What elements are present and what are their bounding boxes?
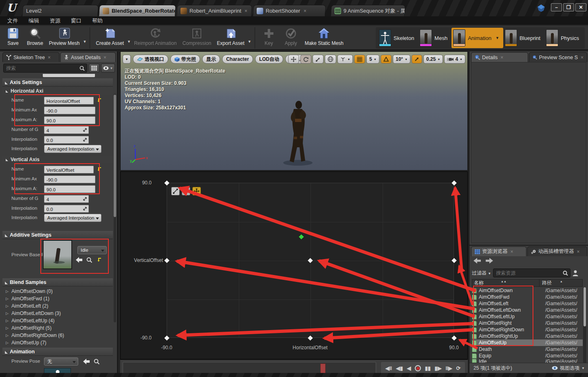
blend-sample-item[interactable]: AimOffsetRightDown (6)	[3, 332, 112, 339]
tab-animsequence[interactable]: 9 AnimSequence 对象 - 属 ×	[330, 5, 405, 16]
asset-row[interactable]: AimOffsetFwd/Game/Assets/	[472, 294, 583, 300]
close-icon[interactable]: ×	[581, 55, 584, 60]
menu-window[interactable]: 窗口	[71, 17, 81, 24]
view-settings-button[interactable]: ▼	[101, 64, 115, 73]
tab-preview-scene[interactable]: i Preview Scene S ×	[529, 52, 587, 62]
menu-edit[interactable]: 编辑	[29, 17, 39, 24]
preview-viewport[interactable]: ▼ 透视视口 带光照 显示 Character LOD自动 ▶ x1.0 ▼	[120, 51, 468, 171]
preview-pose-dropdown[interactable]: 无	[44, 357, 78, 366]
grid-snap-value[interactable]: 5▼	[366, 55, 379, 64]
browse-back-arrow-icon[interactable]	[83, 359, 90, 364]
blend-sample-point[interactable]	[164, 180, 170, 186]
surface-snap-button[interactable]: ▼	[337, 55, 353, 64]
lod-auto-button[interactable]: LOD自动	[255, 55, 283, 64]
asset-list-scrollbar[interactable]	[583, 287, 586, 363]
view-mode-button[interactable]: 透视视口	[133, 55, 168, 64]
tab-animblueprint[interactable]: Robert_AnimBlueprint ×	[176, 5, 252, 16]
section-additive-settings[interactable]: Additive Settings	[2, 231, 113, 239]
asset-row-selected[interactable]: AimOffsetUp/Game/Assets/	[472, 339, 583, 346]
view-options-button[interactable]: 视图选项 ▼	[552, 365, 585, 372]
close-icon[interactable]: ×	[304, 8, 306, 14]
asset-search-input[interactable]	[493, 269, 570, 277]
mode-mesh[interactable]: Mesh	[418, 28, 451, 48]
step-backward-button[interactable]: ◀▮	[396, 366, 403, 371]
preview-value-point[interactable]	[299, 234, 304, 240]
blend-sample-item[interactable]: AimOffsetLeftDown (3)	[3, 310, 112, 317]
browse-back-arrow-icon[interactable]	[76, 257, 82, 263]
v-axis-name-field[interactable]	[44, 166, 94, 173]
blend-sample-point[interactable]	[164, 335, 170, 341]
rotate-tool-button[interactable]	[300, 55, 311, 64]
preview-mesh-button[interactable]: Preview Mesh	[46, 27, 82, 49]
browse-button[interactable]: Browse	[24, 27, 46, 49]
reset-to-default-icon[interactable]	[97, 257, 102, 262]
blend-sample-item[interactable]: AimOffsetDown (0)	[3, 288, 112, 295]
lit-mode-button[interactable]: 带光照	[170, 55, 200, 64]
close-icon[interactable]: ×	[511, 249, 513, 255]
play-reverse-button[interactable]: ◀	[407, 366, 411, 371]
blendspace-graph-panel[interactable]: 90.0 VerticalOffset -90.0 -90.0 Horizont…	[120, 171, 468, 359]
blend-sample-point[interactable]	[308, 258, 313, 263]
close-icon[interactable]: ×	[244, 8, 247, 14]
history-back-icon[interactable]	[473, 258, 481, 264]
tab-blendspace[interactable]: BlendSpace_RoberRotate ×	[99, 5, 176, 16]
blend-sample-point[interactable]	[308, 335, 313, 341]
mode-skeleton[interactable]: Skeleton	[377, 28, 418, 48]
tab-anim-slot-manager[interactable]: 动画插槽管理器 ×	[527, 246, 587, 256]
property-matrix-button[interactable]	[89, 64, 99, 73]
reset-to-default-icon[interactable]	[97, 98, 102, 103]
spinbox-drag-icon[interactable]	[83, 197, 87, 201]
asset-row[interactable]: AimOffsetRightUp/Game/Assets/	[472, 333, 583, 339]
scale-tool-button[interactable]	[313, 55, 324, 64]
tab-details[interactable]: i Details ×	[471, 52, 528, 62]
marketplace-icon[interactable]	[537, 4, 545, 12]
asset-row[interactable]: Death/Game/Assets/	[472, 346, 583, 353]
h-axis-max-field[interactable]	[44, 116, 95, 124]
h-axis-interp-field[interactable]	[44, 136, 89, 144]
blend-sample-item[interactable]: AimOffsetLeft (2)	[3, 302, 112, 310]
detail-search[interactable]	[3, 64, 87, 73]
record-button[interactable]	[415, 365, 421, 371]
menu-asset[interactable]: 资源	[50, 17, 60, 24]
maximize-button[interactable]: ❐	[563, 3, 574, 11]
user-filter-icon[interactable]	[573, 270, 578, 276]
history-forward-icon[interactable]	[486, 258, 493, 264]
viewport-menu-button[interactable]: ▼	[123, 55, 131, 64]
close-button[interactable]: ✕	[575, 3, 586, 11]
section-axis-settings[interactable]: Axis Settings	[2, 78, 113, 86]
preview-base-pose-thumbnail[interactable]	[43, 240, 72, 269]
menu-file[interactable]: 文件	[7, 17, 18, 24]
v-axis-max-field[interactable]	[44, 185, 95, 193]
preview-base-pose-dropdown[interactable]: Idle	[77, 246, 107, 254]
character-menu-button[interactable]: Character	[222, 55, 253, 64]
section-animation[interactable]: Animation	[2, 348, 113, 356]
blend-sample-item[interactable]: AimOffsetUp (7)	[3, 339, 112, 346]
camera-speed-button[interactable]: 4▼	[444, 55, 465, 64]
translate-tool-button[interactable]	[288, 55, 299, 64]
make-static-mesh-button[interactable]: Make Static Mesh	[302, 27, 346, 49]
filters-button[interactable]: 过滤器 ▼	[472, 270, 491, 277]
chevron-down-icon[interactable]: ▼	[127, 40, 131, 44]
mode-blueprint[interactable]: Blueprint	[503, 28, 544, 48]
tab-skeleton-tree[interactable]: Skeleton Tree ×	[2, 52, 59, 62]
tab-level2[interactable]: Level2	[22, 5, 99, 16]
scale-snap-value[interactable]: 0.25▼	[423, 55, 443, 64]
asset-row[interactable]: AimOffsetLeftUp/Game/Assets/	[472, 313, 583, 320]
h-axis-min-field[interactable]	[44, 106, 95, 114]
search-input[interactable]	[4, 64, 87, 72]
close-icon[interactable]: ×	[577, 249, 580, 255]
blend-sample-point[interactable]	[451, 258, 457, 263]
rotation-snap-toggle[interactable]	[381, 55, 392, 64]
close-icon[interactable]: ×	[48, 55, 51, 60]
export-asset-button[interactable]: Export Asset	[214, 27, 247, 49]
step-forward-button[interactable]: ▮▶	[435, 366, 442, 371]
chevron-down-icon[interactable]: ▼	[248, 40, 251, 44]
tab-asset-browser[interactable]: 资源浏览器 ×	[471, 246, 526, 256]
left-panel-scrollbar[interactable]	[114, 94, 116, 322]
find-in-browser-icon[interactable]	[94, 359, 99, 364]
close-icon[interactable]: ×	[104, 55, 106, 60]
close-icon[interactable]: ×	[500, 55, 503, 60]
blend-sample-point[interactable]	[451, 180, 457, 186]
blend-sample-point[interactable]	[451, 335, 457, 341]
spinbox-drag-icon[interactable]	[83, 128, 87, 132]
